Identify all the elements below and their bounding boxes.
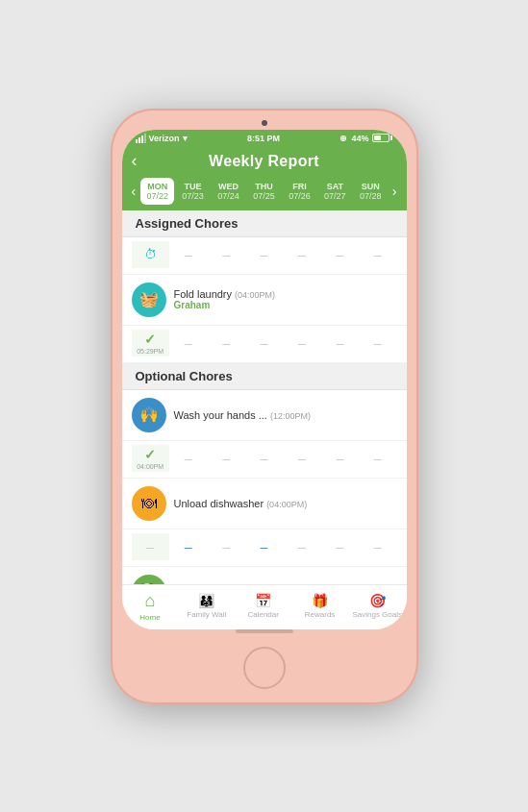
day-name-thu: THU bbox=[255, 182, 273, 191]
tab-rewards[interactable]: 🎁 Rewards bbox=[296, 593, 344, 619]
signal-icon bbox=[136, 134, 146, 143]
status-cell-mon: ⏱ bbox=[132, 241, 169, 268]
tab-family-wall-label: Family Wall bbox=[187, 610, 226, 619]
phone-frame: Verizon ▾ 8:51 PM ⊕ 44% ‹ Weekly Report … bbox=[111, 109, 418, 704]
dishwasher-name: Unload dishwasher (04:00PM) bbox=[174, 498, 397, 509]
fold-laundry-name: Fold laundry (04:00PM) bbox=[174, 288, 397, 300]
day-name-sun: SUN bbox=[362, 182, 380, 191]
tab-home[interactable]: ⌂ Home bbox=[126, 591, 174, 622]
assigned-chore-1: 🧺 Fold laundry (04:00PM) Graham bbox=[122, 275, 407, 326]
tab-calendar[interactable]: 📅 Calendar bbox=[239, 593, 288, 619]
carrier-label: Verizon bbox=[149, 134, 180, 143]
tab-family-wall[interactable]: 👨‍👩‍👧 Family Wall bbox=[183, 593, 231, 619]
back-button[interactable]: ‹ bbox=[132, 151, 138, 171]
phone-screen: Verizon ▾ 8:51 PM ⊕ 44% ‹ Weekly Report … bbox=[122, 130, 407, 629]
clock-icon: ⏱ bbox=[144, 247, 157, 261]
wash-hands-check: ✓ bbox=[144, 447, 156, 462]
status-left: Verizon ▾ bbox=[136, 134, 188, 143]
day-date-tue: 07/23 bbox=[182, 191, 204, 201]
status-cell-sun: – bbox=[359, 241, 396, 268]
day-name-fri: FRI bbox=[292, 182, 307, 191]
assigned-chores-header: Assigned Chores bbox=[122, 210, 407, 237]
day-name-tue: TUE bbox=[185, 182, 202, 191]
check-cell-mon: ✓ 05:29PM bbox=[132, 330, 169, 357]
page-title: Weekly Report bbox=[209, 153, 319, 170]
day-date-mon: 07/22 bbox=[146, 191, 168, 201]
status-cell-tue: – bbox=[169, 241, 207, 268]
battery-icon bbox=[372, 134, 392, 142]
day-thu[interactable]: THU 07/25 bbox=[247, 178, 281, 205]
day-name-wed: WED bbox=[218, 182, 239, 191]
day-wed[interactable]: WED 07/24 bbox=[212, 178, 245, 205]
time-label: 8:51 PM bbox=[247, 134, 280, 143]
home-icon: ⌂ bbox=[145, 591, 156, 611]
wash-hands-status-row: ✓ 04:00PM – – – – – – bbox=[122, 441, 407, 479]
tab-savings-goals-label: Savings Goals bbox=[352, 610, 402, 619]
day-date-thu: 07/25 bbox=[253, 191, 275, 201]
fold-laundry-info: Fold laundry (04:00PM) Graham bbox=[174, 288, 397, 310]
wifi-icon: ▾ bbox=[183, 134, 188, 143]
status-cell-thu: – bbox=[245, 241, 283, 268]
wash-hands-info: Wash your hands ... (12:00PM) bbox=[174, 409, 397, 421]
status-bar: Verizon ▾ 8:51 PM ⊕ 44% bbox=[122, 130, 407, 147]
assigned-chore-1-check-row: ✓ 05:29PM – – – – – – bbox=[122, 326, 407, 363]
fold-laundry-person: Graham bbox=[174, 300, 397, 310]
header: ‹ Weekly Report bbox=[122, 147, 407, 178]
dishwasher-info: Unload dishwasher (04:00PM) bbox=[174, 498, 397, 509]
main-content: Assigned Chores ⏱ – – – – – – 🧺 Fold la bbox=[122, 210, 407, 584]
tab-calendar-label: Calendar bbox=[247, 610, 278, 619]
checkmark-icon: ✓ bbox=[144, 332, 156, 347]
dishwasher-status-row: – – – – – – – bbox=[122, 529, 407, 567]
location-icon: ⊕ bbox=[339, 134, 347, 143]
status-cell-wed: – bbox=[207, 241, 244, 268]
home-button[interactable] bbox=[243, 647, 286, 689]
day-navigation: ‹ MON 07/22 TUE 07/23 WED 07/24 THU 07/2… bbox=[122, 178, 407, 210]
family-wall-icon: 👨‍👩‍👧 bbox=[198, 593, 214, 608]
day-date-sun: 07/28 bbox=[360, 191, 382, 201]
camera-dot bbox=[262, 120, 267, 126]
tab-savings-goals[interactable]: 🎯 Savings Goals bbox=[352, 593, 402, 619]
speaker bbox=[236, 629, 293, 633]
status-cell-fri: – bbox=[283, 241, 320, 268]
day-name-sat: SAT bbox=[327, 182, 343, 191]
next-week-button[interactable]: › bbox=[389, 184, 401, 199]
day-tue[interactable]: TUE 07/23 bbox=[176, 178, 210, 205]
prev-week-button[interactable]: ‹ bbox=[128, 184, 140, 199]
savings-goals-icon: 🎯 bbox=[369, 593, 386, 608]
day-sat[interactable]: SAT 07/27 bbox=[318, 178, 352, 205]
status-right: ⊕ 44% bbox=[339, 134, 392, 143]
dog-walk-icon: 🐕 bbox=[132, 575, 166, 584]
day-sun[interactable]: SUN 07/28 bbox=[354, 178, 388, 205]
day-date-sat: 07/27 bbox=[324, 191, 346, 201]
dishwasher-icon: 🍽 bbox=[132, 486, 166, 521]
optional-chore-2: 🍽 Unload dishwasher (04:00PM) bbox=[122, 479, 407, 529]
status-cell-sat: – bbox=[321, 241, 359, 268]
day-fri[interactable]: FRI 07/26 bbox=[283, 178, 316, 205]
battery-label: 44% bbox=[351, 134, 368, 143]
rewards-icon: 🎁 bbox=[312, 593, 328, 608]
day-date-wed: 07/24 bbox=[217, 191, 239, 201]
tab-home-label: Home bbox=[139, 613, 160, 622]
optional-chore-1: 🙌 Wash your hands ... (12:00PM) bbox=[122, 390, 407, 441]
wash-hands-name: Wash your hands ... (12:00PM) bbox=[174, 409, 397, 421]
optional-chores-header: Optional Chores bbox=[122, 363, 407, 390]
tab-bar: ⌂ Home 👨‍👩‍👧 Family Wall 📅 Calendar 🎁 Re… bbox=[122, 584, 407, 629]
day-name-mon: MON bbox=[147, 182, 167, 191]
optional-chore-3: 🐕 Take the dog for a walk (06:00PM) bbox=[122, 567, 407, 584]
day-date-fri: 07/26 bbox=[289, 191, 311, 201]
wash-hands-icon: 🙌 bbox=[132, 398, 166, 432]
assigned-chore-1-clock-row: ⏱ – – – – – – bbox=[122, 237, 407, 275]
fold-laundry-icon: 🧺 bbox=[132, 283, 166, 317]
tab-rewards-label: Rewards bbox=[305, 610, 336, 619]
days-row: MON 07/22 TUE 07/23 WED 07/24 THU 07/25 … bbox=[139, 178, 389, 205]
day-mon[interactable]: MON 07/22 bbox=[140, 178, 174, 205]
calendar-icon: 📅 bbox=[255, 593, 271, 608]
